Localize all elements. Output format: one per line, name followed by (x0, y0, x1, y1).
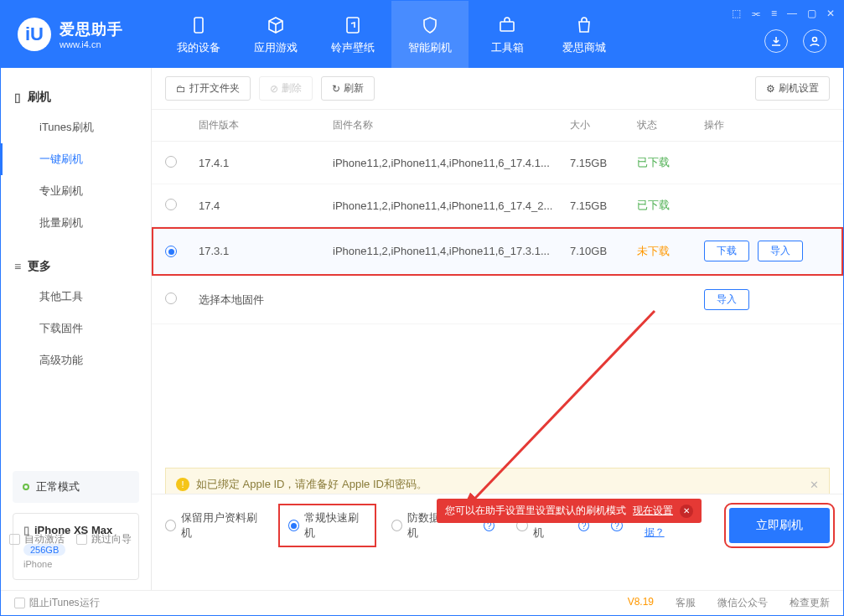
firmware-row[interactable]: 17.4 iPhone11,2,iPhone11,4,iPhone11,6_17… (152, 184, 843, 227)
music-icon (341, 13, 365, 37)
mode-indicator[interactable]: 正常模式 (13, 471, 139, 503)
svg-rect-2 (500, 22, 514, 31)
col-name: 固件名称 (333, 118, 570, 132)
nav-my-device[interactable]: 我的设备 (160, 1, 237, 68)
nav-store[interactable]: 爱思商城 (546, 1, 623, 68)
content-area: 🗀打开文件夹 ⊘删除 ↻刷新 ⚙刷机设置 固件版本 固件名称 大小 状态 操作 … (152, 68, 843, 590)
tip-link[interactable]: 现在设置 (633, 504, 673, 518)
svg-rect-1 (347, 18, 359, 33)
folder-icon: 🗀 (176, 83, 186, 95)
status-dot-icon (23, 484, 29, 490)
main-nav: 我的设备 应用游戏 铃声壁纸 智能刷机 工具箱 爱思商城 (160, 1, 623, 68)
status-bar: 阻止iTunes运行 V8.19 客服 微信公众号 检查更新 (1, 590, 843, 615)
sidebar-item-othertools[interactable]: 其他工具 (1, 281, 151, 313)
version-label: V8.19 (628, 596, 654, 610)
nav-tools[interactable]: 工具箱 (469, 1, 546, 68)
toolbar: 🗀打开文件夹 ⊘删除 ↻刷新 ⚙刷机设置 (152, 68, 843, 110)
svg-rect-0 (194, 18, 203, 33)
radio[interactable] (165, 292, 177, 304)
app-header: iU 爱思助手 www.i4.cn 我的设备 应用游戏 铃声壁纸 智能刷机 工具… (1, 1, 843, 68)
col-status: 状态 (637, 118, 704, 132)
window-maximize-icon[interactable]: ▢ (807, 8, 816, 19)
delete-button: ⊘删除 (259, 76, 313, 101)
window-attach-icon[interactable]: ⫘ (751, 8, 761, 19)
support-link[interactable]: 客服 (676, 596, 696, 610)
warning-icon: ! (176, 478, 189, 491)
forbid-icon: ⊘ (270, 83, 278, 95)
phone-icon: ▯ (14, 91, 21, 104)
sidebar-group-more: ≡ 更多 (1, 252, 151, 281)
window-pin-icon[interactable]: ⬚ (732, 8, 741, 19)
refresh-icon: ↻ (332, 83, 340, 95)
auto-activate-check[interactable]: 自动激活 (9, 532, 65, 546)
cube-icon (264, 13, 287, 37)
open-folder-button[interactable]: 🗀打开文件夹 (165, 76, 251, 101)
wechat-link[interactable]: 微信公众号 (717, 596, 768, 610)
firmware-row-local[interactable]: 选择本地固件 导入 (152, 276, 843, 324)
window-controls: ⬚ ⫘ ≡ — ▢ ✕ (732, 8, 835, 19)
sidebar-item-pro[interactable]: 专业刷机 (1, 175, 151, 207)
radio[interactable] (165, 246, 177, 257)
nav-ringtones[interactable]: 铃声壁纸 (314, 1, 391, 68)
table-header: 固件版本 固件名称 大小 状态 操作 (152, 110, 843, 142)
menu-icon: ≡ (14, 260, 21, 273)
tip-popup: 您可以在助手设置里设置默认的刷机模式 现在设置 ✕ (437, 499, 702, 523)
app-title: 爱思助手 (60, 19, 123, 39)
skip-guide-check[interactable]: 跳过向导 (76, 532, 132, 546)
user-button[interactable] (803, 29, 826, 53)
sidebar-item-advanced[interactable]: 高级功能 (1, 344, 151, 376)
sidebar-item-download[interactable]: 下载固件 (1, 313, 151, 344)
sidebar-item-oneclick[interactable]: 一键刷机 (1, 143, 151, 175)
download-firmware-button[interactable]: 下载 (704, 241, 749, 261)
nav-apps[interactable]: 应用游戏 (237, 1, 314, 68)
sidebar-item-batch[interactable]: 批量刷机 (1, 207, 151, 239)
sidebar-group-flash: ▯ 刷机 (1, 83, 151, 111)
radio[interactable] (165, 199, 177, 210)
window-menu-icon[interactable]: ≡ (771, 8, 777, 19)
svg-point-3 (813, 38, 817, 42)
gear-icon: ⚙ (766, 83, 775, 95)
block-itunes-check[interactable]: 阻止iTunes运行 (14, 596, 100, 610)
col-size: 大小 (570, 118, 637, 132)
nav-flash[interactable]: 智能刷机 (391, 1, 469, 68)
bag-icon (572, 13, 596, 37)
col-action: 操作 (704, 118, 830, 132)
mode-keep-data[interactable]: 保留用户资料刷机 (165, 510, 263, 541)
col-version: 固件版本 (199, 118, 333, 132)
toolbox-icon (495, 13, 519, 37)
sidebar-item-itunes[interactable]: iTunes刷机 (1, 111, 151, 143)
mode-fast-flash[interactable]: 常规快速刷机 (285, 510, 370, 541)
sidebar: ▯ 刷机 iTunes刷机 一键刷机 专业刷机 批量刷机 ≡ 更多 其他工具 下… (1, 68, 152, 590)
flash-settings-button[interactable]: ⚙刷机设置 (755, 76, 830, 101)
refresh-button[interactable]: ↻刷新 (321, 76, 375, 101)
close-icon[interactable]: ✕ (810, 479, 819, 491)
app-url: www.i4.cn (60, 39, 123, 49)
logo: iU 爱思助手 www.i4.cn (1, 18, 160, 51)
import-firmware-button[interactable]: 导入 (758, 241, 803, 261)
logo-icon: iU (18, 18, 51, 51)
window-close-icon[interactable]: ✕ (826, 8, 835, 19)
import-local-button[interactable]: 导入 (704, 289, 749, 310)
check-update-link[interactable]: 检查更新 (790, 596, 830, 610)
shield-icon (418, 13, 442, 37)
firmware-row[interactable]: 17.4.1 iPhone11,2,iPhone11,4,iPhone11,6_… (152, 142, 843, 184)
download-button[interactable] (764, 29, 788, 53)
start-flash-button[interactable]: 立即刷机 (729, 508, 830, 543)
window-minimize-icon[interactable]: — (787, 8, 797, 19)
close-icon[interactable]: ✕ (680, 505, 693, 518)
radio[interactable] (165, 156, 177, 168)
firmware-row-selected[interactable]: 17.3.1 iPhone11,2,iPhone11,4,iPhone11,6_… (152, 227, 843, 276)
device-icon (187, 13, 210, 37)
device-card[interactable]: ▯ iPhone XS Max 256GB iPhone (13, 513, 139, 580)
